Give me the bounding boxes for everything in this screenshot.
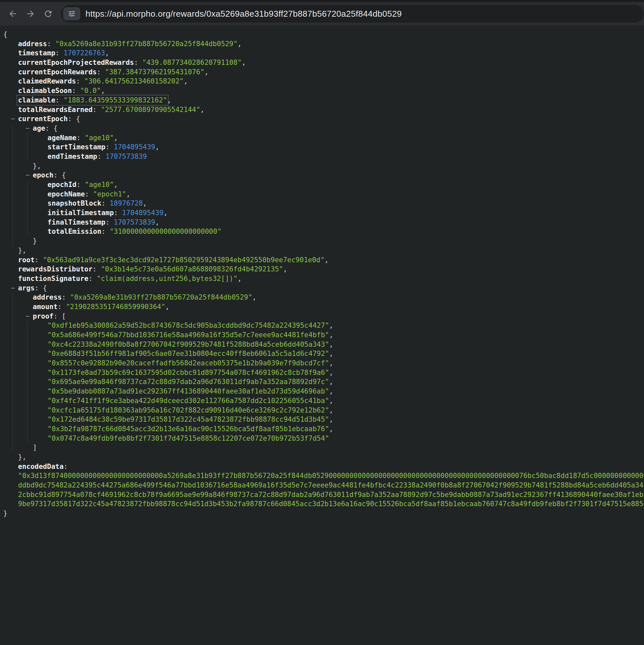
indent-guide bbox=[27, 406, 27, 415]
indent-guide bbox=[27, 424, 27, 434]
json-punct: : bbox=[47, 40, 55, 48]
collapse-minus-icon[interactable]: − bbox=[25, 171, 30, 180]
json-line: totalRewardsEarned: "2577.67008970905542… bbox=[0, 105, 644, 115]
collapse-minus-icon[interactable]: − bbox=[25, 124, 30, 133]
json-line: "0x0747c8a49fdb9feb8bf2f7301f7d47515e885… bbox=[0, 434, 644, 443]
json-line: address: "0xa5269a8e31b93ff27b887b56720a… bbox=[0, 293, 644, 302]
json-line: ] bbox=[0, 443, 644, 452]
indent-guide bbox=[12, 406, 13, 415]
json-line: address: "0xa5269a8e31b93ff27b887b56720a… bbox=[0, 39, 644, 49]
json-string: "0xdf1eb95a300862a59d52bc8743678c5dc905b… bbox=[47, 321, 329, 330]
indent-guide bbox=[27, 396, 27, 406]
json-line: }, bbox=[0, 452, 644, 462]
json-punct: }, bbox=[18, 453, 26, 461]
json-string: "387.384737962195431076" bbox=[105, 68, 204, 76]
json-key: rewardsDistributor bbox=[18, 265, 93, 273]
indent-guide bbox=[12, 368, 13, 378]
back-arrow-icon bbox=[8, 9, 18, 19]
json-key: encodedData bbox=[18, 463, 63, 470]
json-punct: : bbox=[93, 265, 101, 273]
json-key: proof bbox=[33, 312, 53, 320]
json-line: ddbd9dc75482a224395c44275a686e499f546a77… bbox=[0, 481, 644, 490]
json-string: "0x172ed6484c38c59be97317d35817d322c45a4… bbox=[47, 416, 329, 423]
browser-toolbar: https://api.morpho.org/rewards/0xa5269a8… bbox=[0, 2, 644, 25]
json-punct: : bbox=[93, 106, 101, 114]
json-line: ageName: "age10", bbox=[0, 133, 644, 143]
json-punct: , bbox=[114, 181, 118, 189]
tune-icon bbox=[68, 10, 76, 18]
indent-guide bbox=[12, 443, 13, 452]
json-punct: : bbox=[89, 275, 97, 282]
json-line: functionSignature: "claim(address,uint25… bbox=[0, 274, 644, 283]
json-string: "0.0" bbox=[80, 87, 101, 94]
json-string: "0x5a686e499f546a77bbd1036716e58aa4969a1… bbox=[47, 331, 329, 339]
json-line: "0x695ae9e99a846f98737ca72c88d97dab2a96d… bbox=[0, 377, 644, 387]
json-key: ageName bbox=[47, 134, 76, 142]
json-body: {address: "0xa5269a8e31b93ff27b887b56720… bbox=[0, 30, 644, 518]
json-key: epochId bbox=[47, 181, 76, 189]
json-punct: , bbox=[165, 303, 170, 311]
json-line: −args: { bbox=[0, 283, 644, 293]
json-number: 1707226763 bbox=[63, 49, 105, 57]
json-key: totalEmission bbox=[47, 228, 101, 235]
json-line: −age: { bbox=[0, 124, 644, 133]
json-punct: : bbox=[63, 463, 68, 470]
json-string: "3100000000000000000000000" bbox=[110, 228, 221, 235]
collapse-minus-icon[interactable]: − bbox=[11, 114, 15, 124]
json-key: currentEpoch bbox=[18, 115, 68, 123]
json-string: "1883.643595533399832162" bbox=[63, 96, 167, 104]
json-line: "0xe688d3f51b56ff981af905c6ae07ee31b0804… bbox=[0, 349, 644, 359]
json-key: amount bbox=[33, 303, 58, 311]
json-key: currentEpochRewards bbox=[18, 68, 97, 76]
json-punct: , bbox=[329, 359, 333, 367]
json-string: 9be97317d35817d322c45a47823872fbb98878cc… bbox=[18, 500, 644, 508]
forward-button[interactable] bbox=[22, 5, 39, 23]
json-punct: : bbox=[35, 256, 43, 264]
json-punct: , bbox=[143, 199, 147, 207]
json-number: 18976728 bbox=[110, 199, 143, 207]
json-number: 1704895439 bbox=[122, 209, 163, 217]
json-string: "age10" bbox=[85, 181, 114, 189]
url-bar[interactable]: https://api.morpho.org/rewards/0xa5269a8… bbox=[61, 5, 644, 23]
json-line: −proof: [ bbox=[0, 312, 644, 321]
reload-button[interactable] bbox=[39, 5, 57, 23]
json-string: "0x8557c0e92882b90e20caceffadfb568d2eace… bbox=[47, 359, 329, 367]
json-string: ddbd9dc75482a224395c44275a686e499f546a77… bbox=[18, 481, 644, 489]
json-punct: , bbox=[126, 190, 130, 198]
json-key: root bbox=[18, 256, 35, 264]
indent-guide bbox=[12, 124, 13, 133]
json-string: "2190285351746859990364" bbox=[66, 303, 165, 311]
json-punct: , bbox=[101, 87, 105, 94]
site-info-button[interactable] bbox=[63, 7, 80, 20]
json-key: epochName bbox=[47, 190, 85, 198]
indent-guide bbox=[12, 293, 13, 302]
json-string: "306.641756213460158202" bbox=[84, 77, 183, 85]
collapse-minus-icon[interactable]: − bbox=[25, 312, 30, 321]
json-punct: : bbox=[72, 87, 80, 94]
json-punct: , bbox=[252, 293, 257, 301]
json-key: address bbox=[33, 293, 62, 301]
json-line: claimable: "1883.643595533399832162", bbox=[0, 95, 644, 105]
json-punct: : { bbox=[35, 284, 47, 292]
json-string: "0x3b2fa98787c66d0845acc3d2b13e6a16ac90c… bbox=[47, 425, 329, 433]
indent-guide bbox=[12, 227, 13, 236]
json-punct: , bbox=[114, 134, 118, 142]
json-number: 1707573839 bbox=[114, 218, 155, 226]
json-string: "0x3d13f874000000000000000000000000a5269… bbox=[18, 472, 644, 480]
json-punct: , bbox=[329, 387, 333, 395]
indent-guide bbox=[12, 434, 13, 443]
json-line: startTimestamp: 1704895439, bbox=[0, 143, 644, 152]
json-punct: , bbox=[237, 275, 242, 282]
json-line: "0x5a686e499f546a77bbd1036716e58aa4969a1… bbox=[0, 331, 644, 340]
json-string: "0x3b14e5c73e0a56d607a8688098326fd4b4292… bbox=[101, 265, 283, 273]
json-punct: : bbox=[97, 68, 105, 76]
json-key: args bbox=[18, 284, 35, 292]
indent-guide bbox=[27, 143, 27, 152]
indent-guide bbox=[27, 199, 27, 208]
indent-guide bbox=[27, 340, 27, 349]
indent-guide bbox=[27, 368, 27, 378]
json-line: initialTimestamp: 1704895439, bbox=[0, 208, 644, 218]
json-string: "0x563ad91a9ce3f3c3ec3dcd92e1727b8502959… bbox=[43, 256, 325, 264]
back-button[interactable] bbox=[4, 5, 22, 23]
collapse-minus-icon[interactable]: − bbox=[11, 283, 15, 293]
